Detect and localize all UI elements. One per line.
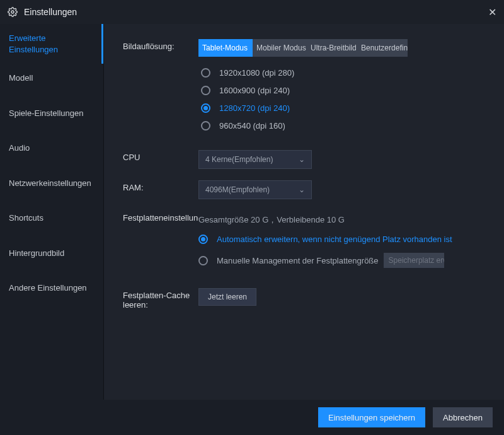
cpu-label: CPU	[123, 150, 198, 169]
radio-circle-icon	[201, 86, 210, 95]
disk-info: Gesamtgröße 20 G，Verbleibende 10 G	[198, 211, 490, 226]
radio-label: Automatisch erweitern, wenn nicht genüge…	[217, 235, 452, 244]
radio-1600x900[interactable]: 1600x900 (dpi 240)	[201, 86, 490, 95]
titlebar: Einstellungen ✕	[0, 0, 504, 24]
radio-circle-icon	[201, 103, 210, 113]
settings-window: Einstellungen ✕ Erweiterte Einstellungen…	[0, 0, 504, 435]
resolution-radios: 1920x1080 (dpi 280) 1600x900 (dpi 240) 1…	[201, 68, 490, 130]
sidebar-item-other[interactable]: Andere Einstellungen	[0, 274, 103, 303]
radio-circle-icon	[201, 121, 210, 130]
sidebar: Erweiterte Einstellungen Modell Spiele-E…	[0, 24, 104, 400]
sidebar-item-games[interactable]: Spiele-Einstellungen	[0, 99, 103, 128]
tab-ultrawide[interactable]: Ultra-Breitbild	[307, 39, 357, 57]
ram-select[interactable]: 4096M(Empfohlen) ⌄	[198, 180, 312, 199]
radio-1920x1080[interactable]: 1920x1080 (dpi 280)	[201, 68, 490, 78]
resolution-tabstrip: Tablet-Modus Mobiler Modus Ultra-Breitbi…	[198, 39, 490, 57]
radio-circle-icon	[198, 235, 208, 244]
radio-label: 1280x720 (dpi 240)	[219, 103, 290, 113]
radio-1280x720[interactable]: 1280x720 (dpi 240)	[201, 103, 490, 113]
sidebar-item-network[interactable]: Netzwerkeinstellungen	[0, 169, 103, 198]
cpu-value: 4 Kerne(Empfohlen)	[205, 155, 273, 164]
ram-label: RAM:	[123, 180, 198, 199]
cpu-select[interactable]: 4 Kerne(Empfohlen) ⌄	[198, 150, 312, 169]
save-button[interactable]: Einstellungen speichern	[318, 407, 425, 427]
close-icon[interactable]: ✕	[476, 6, 496, 18]
window-title: Einstellungen	[24, 7, 476, 17]
footer: Einstellungen speichern Abbrechen	[0, 400, 504, 435]
svg-point-0	[11, 11, 14, 13]
radio-disk-auto[interactable]: Automatisch erweitern, wenn nicht genüge…	[198, 235, 490, 244]
radio-circle-icon	[198, 256, 208, 265]
ram-value: 4096M(Empfohlen)	[205, 185, 270, 194]
resolution-label: Bildauflösung:	[123, 39, 198, 139]
cancel-button[interactable]: Abbrechen	[433, 407, 493, 427]
sidebar-item-shortcuts[interactable]: Shortcuts	[0, 204, 103, 233]
radio-label: 1600x900 (dpi 240)	[219, 86, 290, 95]
content: Bildauflösung: Tablet-Modus Mobiler Modu…	[104, 24, 504, 400]
sidebar-item-model[interactable]: Modell	[0, 64, 103, 93]
radio-circle-icon	[201, 68, 210, 78]
row-resolution: Bildauflösung: Tablet-Modus Mobiler Modu…	[123, 39, 490, 139]
radio-label: 1920x1080 (dpi 280)	[219, 68, 294, 78]
radio-label: 960x540 (dpi 160)	[219, 121, 285, 130]
tab-mobile-mode[interactable]: Mobiler Modus	[253, 39, 307, 57]
disk-label: Festplatteneinstellung	[123, 211, 198, 277]
row-cache: Festplatten-Cache leeren: Jetzt leeren	[123, 288, 490, 310]
sidebar-item-advanced[interactable]: Erweiterte Einstellungen	[0, 24, 103, 64]
radio-label: Manuelle Management der Festplattengröße	[217, 256, 379, 265]
chevron-down-icon: ⌄	[299, 185, 305, 194]
disk-radios: Automatisch erweitern, wenn nicht genüge…	[198, 235, 490, 268]
row-disk: Festplatteneinstellung Gesamtgröße 20 G，…	[123, 211, 490, 277]
sidebar-item-audio[interactable]: Audio	[0, 134, 103, 163]
sidebar-item-background[interactable]: Hintergrundbild	[0, 239, 103, 268]
row-ram: RAM: 4096M(Empfohlen) ⌄	[123, 180, 490, 199]
row-cpu: CPU 4 Kerne(Empfohlen) ⌄	[123, 150, 490, 169]
chevron-down-icon: ⌄	[299, 155, 305, 164]
tab-custom[interactable]: Benutzerdefiniert	[357, 39, 408, 57]
radio-disk-manual[interactable]: Manuelle Management der Festplattengröße…	[198, 253, 490, 268]
gear-icon	[8, 7, 18, 17]
cache-label: Festplatten-Cache leeren:	[123, 288, 198, 310]
body: Erweiterte Einstellungen Modell Spiele-E…	[0, 24, 504, 400]
radio-960x540[interactable]: 960x540 (dpi 160)	[201, 121, 490, 130]
clear-cache-button[interactable]: Jetzt leeren	[198, 288, 256, 306]
tab-tablet-mode[interactable]: Tablet-Modus	[198, 39, 253, 57]
manage-disk-button: Speicherplatz erweitern	[384, 253, 444, 268]
